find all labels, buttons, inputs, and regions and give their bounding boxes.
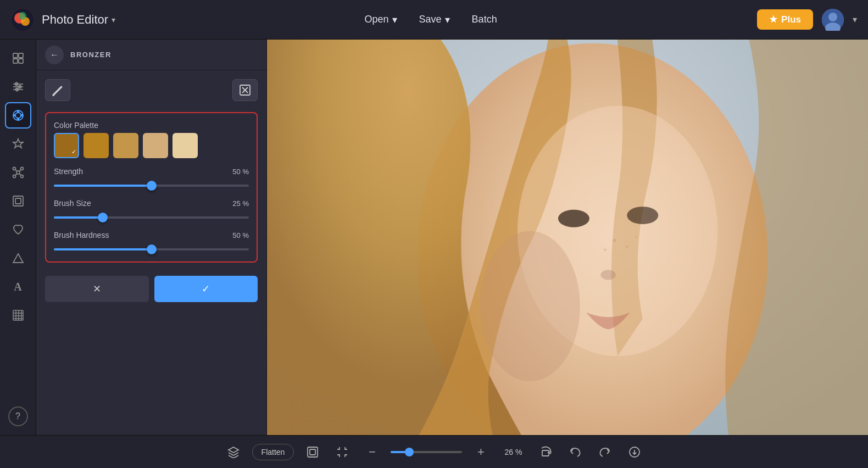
zoom-thumb[interactable] xyxy=(405,448,414,456)
svg-rect-59 xyxy=(310,449,315,455)
svg-point-55 xyxy=(604,249,607,252)
zoom-minus-icon: − xyxy=(369,445,376,459)
main: A ? ← BRONZER xyxy=(0,40,868,435)
confirm-button[interactable]: ✓ xyxy=(154,276,258,302)
zoom-plus-button[interactable]: + xyxy=(470,441,492,463)
svg-point-14 xyxy=(15,83,18,86)
strength-label: Strength xyxy=(54,167,83,176)
brush-hardness-label: Brush Hardness xyxy=(54,231,109,239)
avatar[interactable] xyxy=(822,9,844,31)
open-button[interactable]: Open ▾ xyxy=(365,14,397,26)
batch-button[interactable]: Batch xyxy=(472,14,497,25)
svg-point-26 xyxy=(20,168,23,170)
strength-slider-group: Strength 50 % xyxy=(54,167,249,190)
svg-rect-60 xyxy=(542,450,549,456)
brush-hardness-fill xyxy=(54,248,152,250)
svg-line-32 xyxy=(19,174,21,175)
brush-size-thumb[interactable] xyxy=(98,213,108,222)
sidebar-item-text[interactable]: A xyxy=(5,274,31,300)
cancel-button[interactable]: ✕ xyxy=(45,276,149,302)
app-title-text: Photo Editor xyxy=(42,13,108,27)
sidebar-item-presets[interactable] xyxy=(5,131,31,157)
color-palette-section: Color Palette ✓ xyxy=(54,121,249,158)
rotate-button[interactable] xyxy=(535,441,557,463)
svg-point-17 xyxy=(15,113,21,118)
settings-box: Color Palette ✓ Strength xyxy=(45,112,258,263)
svg-point-22 xyxy=(21,115,23,116)
sidebar-item-texture[interactable] xyxy=(5,302,31,328)
action-buttons: ✕ ✓ xyxy=(45,276,258,302)
brush-size-fill xyxy=(54,216,103,219)
svg-marker-57 xyxy=(229,447,238,453)
help-button[interactable]: ? xyxy=(8,406,28,426)
open-chevron-icon: ▾ xyxy=(392,14,397,26)
color-swatch-4[interactable] xyxy=(143,133,168,158)
svg-rect-8 xyxy=(19,53,23,58)
zoom-slider-container[interactable] xyxy=(391,447,462,458)
svg-point-52 xyxy=(600,270,615,280)
zoom-minus-button[interactable]: − xyxy=(361,441,383,463)
svg-line-30 xyxy=(19,170,21,171)
check-icon: ✓ xyxy=(71,148,76,155)
paint-brush-button[interactable] xyxy=(45,79,70,101)
sidebar-item-heart[interactable] xyxy=(5,216,31,243)
sidebar-item-sliders[interactable] xyxy=(5,74,31,100)
cancel-icon: ✕ xyxy=(93,283,101,295)
sidebar-item-shape[interactable] xyxy=(5,245,31,271)
back-icon: ← xyxy=(50,50,59,60)
zoom-fit-button[interactable] xyxy=(302,441,324,463)
batch-label: Batch xyxy=(472,14,497,25)
strength-thumb[interactable] xyxy=(147,181,157,191)
save-button[interactable]: Save ▾ xyxy=(419,14,450,26)
download-button[interactable] xyxy=(624,441,646,463)
sidebar-item-nodes[interactable] xyxy=(5,159,31,186)
avatar-chevron-icon[interactable]: ▾ xyxy=(853,14,857,25)
canvas-area[interactable] xyxy=(267,40,868,435)
zoom-crop-button[interactable] xyxy=(331,441,353,463)
svg-point-56 xyxy=(636,236,637,238)
color-palette-label: Color Palette xyxy=(54,121,249,130)
brush-hardness-track xyxy=(54,248,249,250)
svg-point-49 xyxy=(480,231,580,382)
svg-point-21 xyxy=(13,115,15,116)
flatten-button[interactable]: Flatten xyxy=(252,444,294,460)
back-button[interactable]: ← xyxy=(45,46,64,64)
layers-button[interactable] xyxy=(222,441,244,463)
erase-button[interactable] xyxy=(232,79,258,101)
svg-point-19 xyxy=(17,111,19,113)
svg-line-29 xyxy=(15,170,17,171)
brush-size-track xyxy=(54,216,249,219)
color-swatch-1[interactable]: ✓ xyxy=(54,133,79,158)
color-swatch-2[interactable] xyxy=(84,133,109,158)
svg-point-20 xyxy=(17,119,19,120)
sidebar-item-frame[interactable] xyxy=(5,188,31,214)
svg-point-50 xyxy=(558,210,589,227)
svg-point-53 xyxy=(613,239,616,242)
header-right: ★ Plus ▾ xyxy=(757,9,857,31)
sidebar-item-adjustments[interactable] xyxy=(5,45,31,71)
tool-panel-body: Color Palette ✓ Strength xyxy=(36,70,266,311)
redo-button[interactable] xyxy=(594,441,616,463)
brush-tools-row xyxy=(45,79,258,101)
brush-hardness-thumb[interactable] xyxy=(147,244,157,254)
plus-button[interactable]: ★ Plus xyxy=(757,9,813,30)
sidebar-item-effects[interactable] xyxy=(5,102,31,129)
strength-fill xyxy=(54,185,152,187)
svg-point-25 xyxy=(13,168,15,170)
color-swatch-3[interactable] xyxy=(113,133,138,158)
svg-point-3 xyxy=(19,12,26,20)
bottom-toolbar: Flatten − + 26 % xyxy=(0,435,868,468)
brush-hardness-slider-group: Brush Hardness 50 % xyxy=(54,231,249,254)
brush-hardness-value: 50 % xyxy=(232,231,249,239)
save-label: Save xyxy=(419,14,442,25)
header-center: Open ▾ Save ▾ Batch xyxy=(115,14,746,26)
undo-button[interactable] xyxy=(564,441,586,463)
app-title[interactable]: Photo Editor ▾ xyxy=(42,13,115,27)
panel-title: BRONZER xyxy=(70,51,112,59)
color-swatch-5[interactable] xyxy=(173,133,198,158)
zoom-value: 26 % xyxy=(499,448,527,456)
svg-point-16 xyxy=(15,88,18,91)
brush-size-slider-group: Brush Size 25 % xyxy=(54,199,249,222)
tool-panel-header: ← BRONZER xyxy=(36,40,266,70)
save-chevron-icon: ▾ xyxy=(445,14,450,26)
